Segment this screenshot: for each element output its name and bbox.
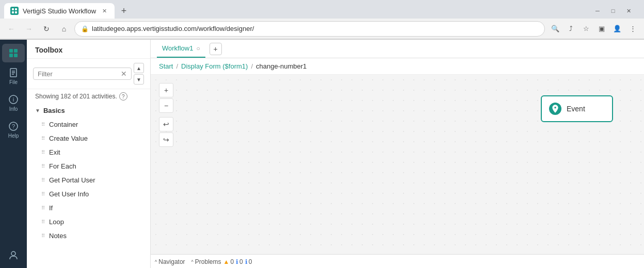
- reload-button[interactable]: ↻: [39, 22, 54, 36]
- scroll-arrows: ▲ ▼: [134, 63, 144, 85]
- warning-icon: ▲: [223, 258, 230, 265]
- toolbox-item-notes-label: Notes: [49, 232, 67, 240]
- breadcrumb-display-form[interactable]: Display Form ($form1): [181, 62, 248, 70]
- forward-button[interactable]: →: [22, 22, 36, 36]
- search-icon[interactable]: 🔍: [548, 22, 562, 36]
- svg-text:i: i: [13, 96, 14, 103]
- event-node[interactable]: Event: [541, 95, 613, 122]
- event-node-icon: [549, 103, 561, 115]
- toolbox-item-create-value-label: Create Value: [49, 135, 88, 142]
- toolbox-item-loop[interactable]: ⠿ Loop: [27, 215, 150, 229]
- zoom-out-button[interactable]: −: [159, 98, 173, 113]
- sidebar-item-user[interactable]: [2, 246, 25, 264]
- bookmark-icon[interactable]: ☆: [579, 22, 593, 36]
- drag-handle-icon: ⠿: [41, 191, 45, 197]
- toolbox-item-notes[interactable]: ⠿ Notes: [27, 229, 150, 243]
- home-button[interactable]: ⌂: [57, 22, 71, 36]
- svg-rect-7: [14, 54, 18, 57]
- toolbox-item-get-user-info[interactable]: ⠿ Get User Info: [27, 187, 150, 201]
- lock-icon: 🔒: [81, 25, 89, 32]
- close-window-button[interactable]: ✕: [621, 4, 636, 18]
- event-node-label: Event: [567, 105, 585, 113]
- toolbox-item-if[interactable]: ⠿ If: [27, 201, 150, 215]
- toolbox-header: Toolbox: [27, 40, 150, 59]
- browser-tab-active[interactable]: VertigiS Studio Workflow ✕: [4, 3, 115, 19]
- toolbox-item-get-portal-user[interactable]: ⠿ Get Portal User: [27, 173, 150, 187]
- zoom-in-button[interactable]: +: [159, 83, 173, 97]
- info-icon-2: ℹ: [245, 258, 248, 265]
- maximize-button[interactable]: □: [606, 4, 620, 18]
- toolbox-item-exit[interactable]: ⠿ Exit: [27, 145, 150, 159]
- warning-badge: ▲ 0: [223, 258, 234, 265]
- svg-rect-5: [14, 49, 18, 53]
- svg-rect-6: [9, 54, 13, 57]
- status-section-problems: ^ Problems ▲ 0 ℹ 0 ℹ 0: [191, 258, 252, 265]
- toolbox-section-basics-label: Basics: [43, 107, 65, 114]
- toolbox-section-basics[interactable]: ▼ Basics: [27, 104, 150, 118]
- problems-label[interactable]: ^ Problems: [191, 258, 221, 265]
- filter-input-wrap[interactable]: ✕: [33, 68, 132, 80]
- status-section-navigator: ^ Navigator: [155, 258, 185, 265]
- workflow-tabs: Workflow1 ○ +: [151, 40, 644, 58]
- help-icon[interactable]: ?: [119, 92, 127, 100]
- new-tab-button[interactable]: +: [117, 4, 131, 18]
- scroll-up-button[interactable]: ▲: [134, 63, 144, 73]
- profile-icon[interactable]: 👤: [610, 22, 624, 36]
- workflow-tab-workflow1[interactable]: Workflow1 ○: [157, 40, 205, 58]
- svg-rect-4: [9, 49, 13, 53]
- toolbox-item-if-label: If: [49, 204, 53, 212]
- toolbox-item-create-value[interactable]: ⠿ Create Value: [27, 131, 150, 145]
- window-controls: ─ □ ✕: [590, 4, 640, 18]
- toolbox-list: ▼ Basics ⠿ Container ⠿ Create Value ⠿ Ex…: [27, 104, 150, 268]
- toolbox-filter-bar: ✕ ▲ ▼: [27, 59, 150, 89]
- canvas-area[interactable]: + − ↩ ↪ Event: [151, 75, 644, 254]
- drag-handle-icon: ⠿: [41, 177, 45, 183]
- tab-favicon: [10, 7, 19, 15]
- icon-sidebar: File i Info ? Help: [0, 40, 27, 268]
- toolbox-count: Showing 182 of 201 activities. ?: [27, 89, 150, 104]
- main-area: Workflow1 ○ + Start / Display Form ($for…: [151, 40, 644, 268]
- breadcrumb-sep-2: /: [251, 62, 253, 70]
- redo-button[interactable]: ↪: [159, 132, 173, 147]
- svg-rect-0: [12, 8, 14, 10]
- filter-input[interactable]: [38, 70, 119, 78]
- toolbox-count-text: Showing 182 of 201 activities.: [35, 93, 117, 100]
- status-bar: ^ Navigator ^ Problems ▲ 0 ℹ 0 ℹ: [151, 254, 644, 268]
- breadcrumb: Start / Display Form ($form1) / change-n…: [151, 58, 644, 75]
- sidebar-item-file-label: File: [9, 79, 18, 85]
- sidebar-item-help-label: Help: [8, 133, 19, 139]
- browser-chrome: VertigiS Studio Workflow ✕ + ─ □ ✕ ← → ↻…: [0, 0, 644, 40]
- share-icon[interactable]: ⤴: [564, 22, 578, 36]
- drag-handle-icon: ⠿: [41, 205, 45, 211]
- filter-clear-icon[interactable]: ✕: [121, 70, 127, 78]
- breadcrumb-start[interactable]: Start: [159, 62, 173, 70]
- toolbox-item-container[interactable]: ⠿ Container: [27, 118, 150, 131]
- svg-rect-2: [12, 11, 14, 13]
- add-tab-button[interactable]: +: [210, 43, 222, 55]
- undo-button[interactable]: ↩: [159, 117, 173, 131]
- sidebar-item-file[interactable]: File: [2, 63, 25, 89]
- split-view-icon[interactable]: ▣: [594, 22, 609, 36]
- workflow-tab-label: Workflow1: [162, 44, 193, 52]
- svg-point-16: [11, 252, 15, 256]
- scroll-down-button[interactable]: ▼: [134, 74, 144, 85]
- tab-close-button[interactable]: ✕: [100, 7, 108, 15]
- drag-handle-icon: ⠿: [41, 122, 45, 127]
- drag-handle-icon: ⠿: [41, 149, 45, 155]
- minimize-button[interactable]: ─: [590, 4, 605, 18]
- back-button[interactable]: ←: [4, 22, 19, 36]
- drag-handle-icon: ⠿: [41, 163, 45, 169]
- chevron-up-icon: ^: [155, 259, 157, 264]
- toolbox-item-for-each[interactable]: ⠿ For Each: [27, 159, 150, 173]
- menu-icon[interactable]: ⋮: [625, 22, 640, 36]
- info-icon-1: ℹ: [236, 258, 238, 265]
- sidebar-item-apps[interactable]: [2, 44, 25, 62]
- svg-text:?: ?: [12, 123, 15, 129]
- url-bar[interactable]: 🔒 latitudegeo.apps.vertigisstudio.com/wo…: [74, 21, 545, 37]
- toolbox-item-get-portal-user-label: Get Portal User: [49, 176, 95, 184]
- sidebar-item-info[interactable]: i Info: [2, 90, 25, 116]
- info-count-2: 0: [249, 258, 252, 265]
- navigator-label[interactable]: ^ Navigator: [155, 258, 185, 265]
- sidebar-item-help[interactable]: ? Help: [2, 117, 25, 143]
- workflow-tab-close-icon[interactable]: ○: [196, 45, 200, 52]
